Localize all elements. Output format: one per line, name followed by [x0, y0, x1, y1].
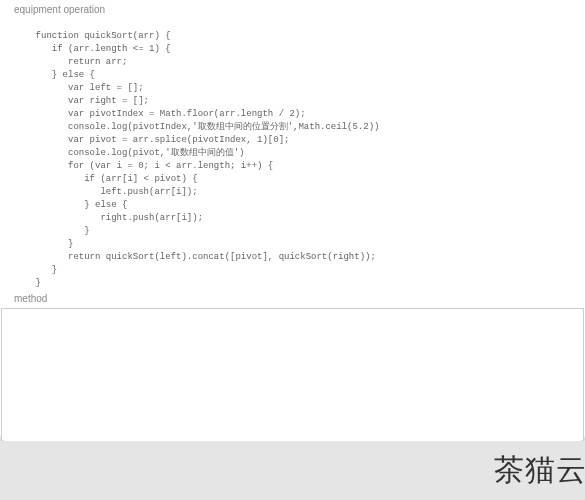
- code-line: console.log(pivotIndex,'取数组中间的位置分割',Math…: [14, 122, 379, 132]
- code-line: if (arr[i] < pivot) {: [14, 174, 198, 184]
- code-line: console.log(pivot,'取数组中间的值'): [14, 148, 244, 158]
- code-line: right.push(arr[i]);: [14, 213, 203, 223]
- code-block: function quickSort(arr) { if (arr.length…: [0, 17, 585, 290]
- code-line: var pivotIndex = Math.floor(arr.length /…: [14, 109, 306, 119]
- code-line: return arr;: [14, 57, 127, 67]
- code-line: var right = [];: [14, 96, 149, 106]
- code-line: }: [14, 278, 41, 288]
- code-line: } else {: [14, 200, 127, 210]
- code-line: }: [14, 239, 73, 249]
- code-line: left.push(arr[i]);: [14, 187, 198, 197]
- watermark-text: 茶猫云: [494, 450, 585, 491]
- empty-content-box: [1, 308, 584, 441]
- code-line: var pivot = arr.splice(pivotIndex, 1)[0]…: [14, 135, 289, 145]
- content-card[interactable]: equipment operation function quickSort(a…: [0, 0, 585, 441]
- code-line: for (var i = 0; i < arr.length; i++) {: [14, 161, 273, 171]
- code-line: function quickSort(arr) {: [14, 31, 171, 41]
- code-line: }: [14, 265, 57, 275]
- code-line: }: [14, 226, 90, 236]
- code-line: var left = [];: [14, 83, 144, 93]
- section-title-equipment-operation: equipment operation: [0, 0, 585, 17]
- page-root: equipment operation function quickSort(a…: [0, 0, 585, 500]
- code-line: if (arr.length <= 1) {: [14, 44, 171, 54]
- code-line: } else {: [14, 70, 95, 80]
- code-line: return quickSort(left).concat([pivot], q…: [14, 252, 376, 262]
- footer-area: 茶猫云: [0, 441, 585, 500]
- section-title-method: method: [0, 290, 585, 306]
